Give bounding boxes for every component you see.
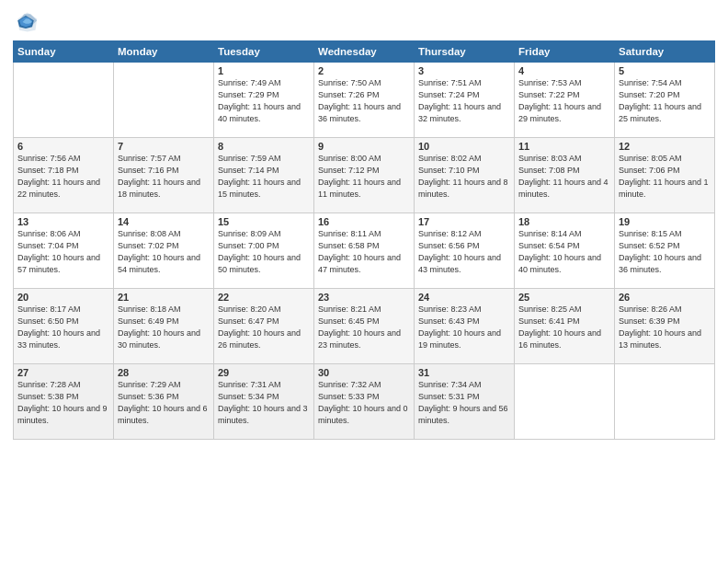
day-info: Sunrise: 8:17 AM Sunset: 6:50 PM Dayligh…: [17, 304, 109, 351]
day-info: Sunrise: 8:18 AM Sunset: 6:49 PM Dayligh…: [118, 304, 210, 351]
calendar-cell: 18Sunrise: 8:14 AM Sunset: 6:54 PM Dayli…: [515, 213, 615, 289]
day-info: Sunrise: 7:34 AM Sunset: 5:31 PM Dayligh…: [418, 379, 510, 427]
day-info: Sunrise: 8:25 AM Sunset: 6:41 PM Dayligh…: [518, 304, 610, 351]
calendar-cell: 28Sunrise: 7:29 AM Sunset: 5:36 PM Dayli…: [114, 364, 214, 440]
day-info: Sunrise: 7:59 AM Sunset: 7:14 PM Dayligh…: [218, 153, 310, 201]
day-number: 24: [418, 292, 510, 303]
week-row-4: 20Sunrise: 8:17 AM Sunset: 6:50 PM Dayli…: [14, 289, 715, 364]
calendar-table: SundayMondayTuesdayWednesdayThursdayFrid…: [13, 40, 715, 440]
calendar-cell: 19Sunrise: 8:15 AM Sunset: 6:52 PM Dayli…: [615, 213, 715, 289]
calendar-cell: 29Sunrise: 7:31 AM Sunset: 5:34 PM Dayli…: [214, 364, 314, 440]
calendar-cell: [615, 364, 715, 440]
calendar-cell: 8Sunrise: 7:59 AM Sunset: 7:14 PM Daylig…: [214, 138, 314, 213]
day-info: Sunrise: 8:14 AM Sunset: 6:54 PM Dayligh…: [518, 228, 610, 276]
weekday-header-friday: Friday: [515, 41, 615, 63]
calendar-cell: 15Sunrise: 8:09 AM Sunset: 7:00 PM Dayli…: [214, 213, 314, 289]
calendar-cell: 5Sunrise: 7:54 AM Sunset: 7:20 PM Daylig…: [615, 63, 715, 138]
calendar-cell: [114, 63, 214, 138]
day-number: 23: [318, 292, 410, 303]
calendar-cell: 9Sunrise: 8:00 AM Sunset: 7:12 PM Daylig…: [314, 138, 415, 213]
day-number: 16: [318, 216, 410, 227]
day-number: 8: [218, 141, 310, 152]
day-info: Sunrise: 7:29 AM Sunset: 5:36 PM Dayligh…: [118, 379, 210, 427]
week-row-5: 27Sunrise: 7:28 AM Sunset: 5:38 PM Dayli…: [14, 364, 715, 440]
day-number: 10: [418, 141, 510, 152]
day-number: 1: [218, 65, 310, 76]
day-number: 21: [118, 292, 210, 303]
day-number: 5: [619, 65, 711, 76]
calendar-cell: 24Sunrise: 8:23 AM Sunset: 6:43 PM Dayli…: [415, 289, 515, 364]
day-number: 7: [118, 141, 210, 152]
day-info: Sunrise: 8:21 AM Sunset: 6:45 PM Dayligh…: [318, 304, 410, 351]
logo-icon: [13, 9, 39, 35]
day-number: 31: [418, 367, 510, 378]
day-info: Sunrise: 8:05 AM Sunset: 7:06 PM Dayligh…: [619, 153, 711, 201]
day-number: 12: [619, 141, 711, 152]
day-info: Sunrise: 8:12 AM Sunset: 6:56 PM Dayligh…: [418, 228, 510, 276]
day-info: Sunrise: 8:00 AM Sunset: 7:12 PM Dayligh…: [318, 153, 410, 201]
day-number: 9: [318, 141, 410, 152]
day-number: 4: [518, 65, 610, 76]
day-number: 14: [118, 216, 210, 227]
calendar-cell: 14Sunrise: 8:08 AM Sunset: 7:02 PM Dayli…: [114, 213, 214, 289]
calendar-cell: 2Sunrise: 7:50 AM Sunset: 7:26 PM Daylig…: [314, 63, 415, 138]
day-number: 15: [218, 216, 310, 227]
day-info: Sunrise: 8:11 AM Sunset: 6:58 PM Dayligh…: [318, 228, 410, 276]
calendar-cell: 26Sunrise: 8:26 AM Sunset: 6:39 PM Dayli…: [615, 289, 715, 364]
calendar-cell: 30Sunrise: 7:32 AM Sunset: 5:33 PM Dayli…: [314, 364, 415, 440]
day-number: 19: [619, 216, 711, 227]
day-info: Sunrise: 8:23 AM Sunset: 6:43 PM Dayligh…: [418, 304, 510, 351]
week-row-3: 13Sunrise: 8:06 AM Sunset: 7:04 PM Dayli…: [14, 213, 715, 289]
weekday-header-wednesday: Wednesday: [314, 41, 415, 63]
calendar-cell: 25Sunrise: 8:25 AM Sunset: 6:41 PM Dayli…: [515, 289, 615, 364]
calendar-cell: 22Sunrise: 8:20 AM Sunset: 6:47 PM Dayli…: [214, 289, 314, 364]
week-row-1: 1Sunrise: 7:49 AM Sunset: 7:29 PM Daylig…: [14, 63, 715, 138]
day-number: 6: [17, 141, 109, 152]
weekday-header-saturday: Saturday: [615, 41, 715, 63]
calendar-cell: [515, 364, 615, 440]
logo: [13, 9, 42, 35]
day-number: 2: [318, 65, 410, 76]
weekday-header-tuesday: Tuesday: [214, 41, 314, 63]
calendar-cell: 11Sunrise: 8:03 AM Sunset: 7:08 PM Dayli…: [515, 138, 615, 213]
day-number: 29: [218, 367, 310, 378]
day-info: Sunrise: 8:06 AM Sunset: 7:04 PM Dayligh…: [17, 228, 109, 276]
calendar-cell: 23Sunrise: 8:21 AM Sunset: 6:45 PM Dayli…: [314, 289, 415, 364]
calendar-cell: 21Sunrise: 8:18 AM Sunset: 6:49 PM Dayli…: [114, 289, 214, 364]
calendar-cell: 7Sunrise: 7:57 AM Sunset: 7:16 PM Daylig…: [114, 138, 214, 213]
day-info: Sunrise: 8:08 AM Sunset: 7:02 PM Dayligh…: [118, 228, 210, 276]
day-info: Sunrise: 7:50 AM Sunset: 7:26 PM Dayligh…: [318, 77, 410, 125]
page-header: [13, 9, 715, 35]
day-info: Sunrise: 7:28 AM Sunset: 5:38 PM Dayligh…: [17, 379, 109, 427]
day-info: Sunrise: 7:49 AM Sunset: 7:29 PM Dayligh…: [218, 77, 310, 125]
day-number: 20: [17, 292, 109, 303]
day-info: Sunrise: 7:57 AM Sunset: 7:16 PM Dayligh…: [118, 153, 210, 201]
calendar-cell: 27Sunrise: 7:28 AM Sunset: 5:38 PM Dayli…: [14, 364, 114, 440]
week-row-2: 6Sunrise: 7:56 AM Sunset: 7:18 PM Daylig…: [14, 138, 715, 213]
day-info: Sunrise: 7:54 AM Sunset: 7:20 PM Dayligh…: [619, 77, 711, 125]
day-number: 17: [418, 216, 510, 227]
calendar-cell: 17Sunrise: 8:12 AM Sunset: 6:56 PM Dayli…: [415, 213, 515, 289]
weekday-header-sunday: Sunday: [14, 41, 114, 63]
calendar-cell: 31Sunrise: 7:34 AM Sunset: 5:31 PM Dayli…: [415, 364, 515, 440]
day-number: 13: [17, 216, 109, 227]
day-number: 28: [118, 367, 210, 378]
weekday-header-thursday: Thursday: [415, 41, 515, 63]
day-number: 25: [518, 292, 610, 303]
calendar-cell: 3Sunrise: 7:51 AM Sunset: 7:24 PM Daylig…: [415, 63, 515, 138]
day-info: Sunrise: 8:02 AM Sunset: 7:10 PM Dayligh…: [418, 153, 510, 201]
calendar-cell: [14, 63, 114, 138]
day-number: 27: [17, 367, 109, 378]
day-info: Sunrise: 7:53 AM Sunset: 7:22 PM Dayligh…: [518, 77, 610, 125]
day-number: 18: [518, 216, 610, 227]
day-number: 30: [318, 367, 410, 378]
day-info: Sunrise: 7:32 AM Sunset: 5:33 PM Dayligh…: [318, 379, 410, 427]
calendar-cell: 1Sunrise: 7:49 AM Sunset: 7:29 PM Daylig…: [214, 63, 314, 138]
day-info: Sunrise: 8:20 AM Sunset: 6:47 PM Dayligh…: [218, 304, 310, 351]
day-number: 3: [418, 65, 510, 76]
calendar-cell: 13Sunrise: 8:06 AM Sunset: 7:04 PM Dayli…: [14, 213, 114, 289]
calendar-cell: 4Sunrise: 7:53 AM Sunset: 7:22 PM Daylig…: [515, 63, 615, 138]
day-info: Sunrise: 8:09 AM Sunset: 7:00 PM Dayligh…: [218, 228, 310, 276]
day-info: Sunrise: 8:26 AM Sunset: 6:39 PM Dayligh…: [619, 304, 711, 351]
day-number: 22: [218, 292, 310, 303]
